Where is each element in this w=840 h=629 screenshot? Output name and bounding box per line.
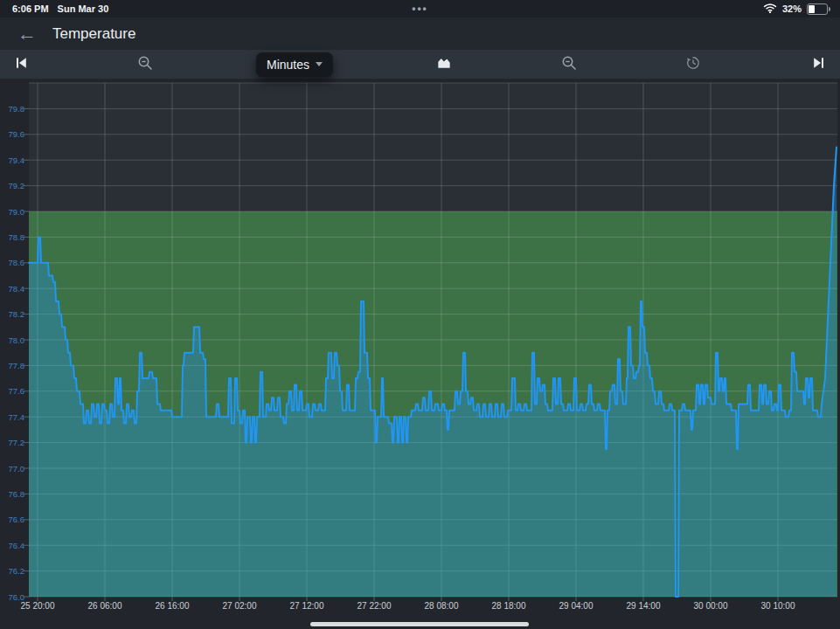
interval-dropdown[interactable]: Minutes xyxy=(256,52,333,77)
y-axis-label: 76.2 xyxy=(0,566,24,576)
skip-to-start-button[interactable] xyxy=(7,52,35,76)
app-screen: 6:06 PM Sun Mar 30 ••• 32% ← Temperature xyxy=(0,0,840,629)
chart-type-button[interactable] xyxy=(430,52,458,76)
y-axis-label: 77.4 xyxy=(0,412,24,422)
history-button[interactable] xyxy=(679,52,707,76)
x-axis-label: 27 12:00 xyxy=(290,601,324,611)
dropdown-caret-icon xyxy=(316,62,323,66)
interval-label: Minutes xyxy=(267,58,309,72)
y-axis-label: 78.8 xyxy=(0,232,24,242)
history-clock-icon xyxy=(684,54,702,74)
battery-icon xyxy=(807,3,828,15)
magnifier-minus-icon xyxy=(561,55,577,73)
x-axis-label: 30 10:00 xyxy=(761,601,795,611)
y-axis-label: 79.0 xyxy=(0,207,24,217)
y-axis-label: 79.6 xyxy=(0,129,24,139)
y-axis-label: 77.2 xyxy=(0,438,24,447)
back-button[interactable]: ← xyxy=(14,24,40,44)
x-axis-label: 29 14:00 xyxy=(627,601,661,611)
x-axis-label: 27 22:00 xyxy=(358,601,392,611)
y-axis-label: 76.0 xyxy=(0,592,24,602)
x-axis-label: 28 08:00 xyxy=(425,601,459,611)
y-axis-label: 79.8 xyxy=(0,104,24,114)
nav-bar: ← Temperature xyxy=(0,17,840,50)
y-axis-label: 78.2 xyxy=(0,309,24,319)
temperature-chart-svg[interactable] xyxy=(29,83,837,597)
skip-to-end-icon xyxy=(810,54,828,74)
skip-to-end-button[interactable] xyxy=(805,52,833,76)
zoom-button-left[interactable] xyxy=(132,53,158,75)
x-axis-label: 28 18:00 xyxy=(492,601,526,611)
chart-section: 79.879.679.479.279.078.878.678.478.278.0… xyxy=(0,79,840,629)
y-axis-label: 77.6 xyxy=(0,386,24,396)
y-axis-label: 77.0 xyxy=(0,464,24,473)
y-axis-label: 79.4 xyxy=(0,156,24,165)
y-axis-label: 79.2 xyxy=(0,181,24,190)
x-axis-label: 29 04:00 xyxy=(559,601,594,611)
y-axis-label: 77.8 xyxy=(0,361,24,370)
x-axis-label: 25 20:00 xyxy=(21,601,55,611)
y-axis-label: 78.6 xyxy=(0,258,24,267)
magnifier-minus-icon xyxy=(137,55,153,73)
x-axis-label: 27 02:00 xyxy=(223,601,257,611)
skip-to-start-icon xyxy=(12,54,30,74)
x-axis-label: 30 00:00 xyxy=(694,601,728,611)
page-title: Temperature xyxy=(52,25,135,43)
x-axis-label: 26 06:00 xyxy=(88,601,122,611)
y-axis-label: 78.0 xyxy=(0,335,24,345)
y-axis-label: 78.4 xyxy=(0,284,24,294)
x-axis-label: 26 16:00 xyxy=(156,601,190,611)
status-bar: 6:06 PM Sun Mar 30 ••• 32% xyxy=(0,0,840,17)
home-indicator[interactable] xyxy=(310,622,529,626)
y-axis-label: 76.4 xyxy=(0,541,24,550)
more-dots-icon: ••• xyxy=(0,0,840,17)
chart-toolbar: Minutes xyxy=(0,50,840,79)
area-chart-icon xyxy=(435,54,453,74)
zoom-button-right[interactable] xyxy=(556,53,582,75)
y-axis-label: 76.8 xyxy=(0,489,24,499)
y-axis-label: 76.6 xyxy=(0,515,24,524)
